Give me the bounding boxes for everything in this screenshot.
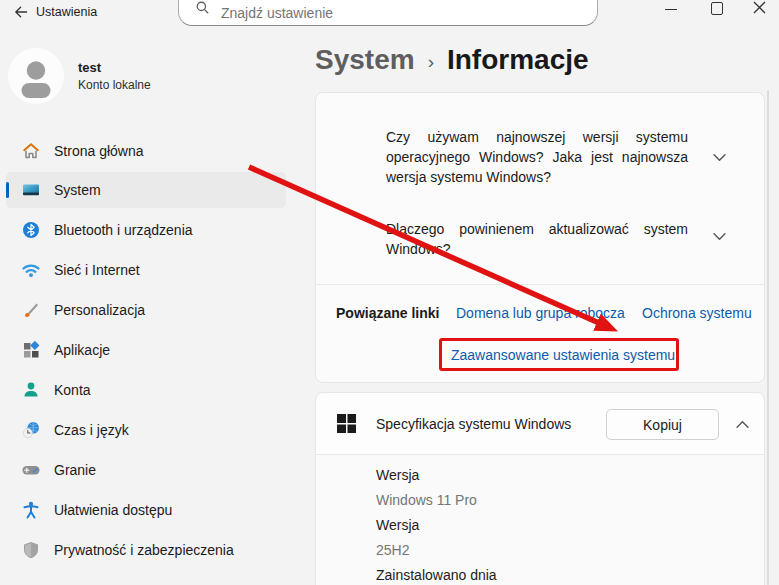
scrollbar[interactable] (767, 90, 769, 585)
sidebar-item-label: Aplikacje (54, 342, 110, 358)
sidebar-item-gaming[interactable]: Granie (6, 452, 286, 488)
system-icon (21, 180, 41, 200)
spec-label: Wersja (376, 463, 497, 488)
minimize-icon (665, 9, 677, 10)
sidebar-item-label: Konta (54, 382, 91, 398)
sidebar-item-accounts[interactable]: Konta (6, 372, 286, 408)
sidebar-item-privacy[interactable]: Prywatność i zabezpieczenia (6, 532, 286, 568)
breadcrumb-separator-icon: › (428, 51, 434, 73)
faq-question-1[interactable]: Czy używam najnowszej wersji systemu ope… (386, 127, 688, 187)
spec-value: Windows 11 Pro (376, 488, 497, 513)
related-links-label: Powiązane linki (336, 305, 439, 321)
avatar (8, 48, 64, 104)
spec-label: Wersja (376, 513, 497, 538)
sidebar-item-label: Personalizacja (54, 302, 145, 318)
link-system-protection[interactable]: Ochrona systemu (642, 305, 752, 321)
gaming-icon (21, 460, 41, 480)
chevron-down-icon[interactable] (713, 153, 727, 162)
search-icon (195, 0, 210, 19)
sidebar-item-label: Granie (54, 462, 96, 478)
maximize-icon (711, 2, 723, 15)
page-title: Informacje (447, 44, 589, 76)
sidebar-item-label: Bluetooth i urządzenia (54, 222, 193, 238)
chevron-up-icon[interactable] (736, 420, 749, 429)
sidebar-item-bluetooth[interactable]: Bluetooth i urządzenia (6, 212, 286, 248)
spec-label: Zainstalowano dnia (376, 563, 497, 585)
copy-button[interactable]: Kopiuj (606, 409, 719, 440)
sidebar-item-label: System (54, 182, 101, 198)
user-subtitle: Konto lokalne (78, 78, 151, 92)
person-icon (8, 48, 64, 104)
settings-window: Ustawienia test Konto lokalne (0, 0, 779, 585)
back-button[interactable] (8, 1, 34, 23)
sidebar-item-label: Prywatność i zabezpieczenia (54, 542, 234, 558)
close-icon (753, 0, 766, 15)
network-icon (21, 260, 41, 280)
window-title: Ustawienia (36, 5, 97, 19)
sidebar-item-system[interactable]: System (6, 172, 286, 208)
spec-expander-header[interactable]: Specyfikacja systemu Windows Kopiuj (316, 393, 764, 454)
sidebar-item-label: Ułatwienia dostępu (54, 502, 172, 518)
link-domain-workgroup[interactable]: Domena lub grupa robocza (456, 305, 625, 321)
search-input[interactable] (219, 4, 553, 22)
breadcrumb-parent[interactable]: System (315, 44, 415, 76)
windows-logo-icon (336, 413, 357, 438)
user-name: test (78, 60, 151, 75)
annotation-highlight-box (439, 338, 679, 371)
sidebar-item-label: Strona główna (54, 143, 144, 159)
accessibility-icon (21, 500, 41, 520)
personalization-icon (21, 300, 41, 320)
time-language-icon (21, 420, 41, 440)
minimize-button[interactable] (648, 0, 694, 22)
privacy-icon (21, 540, 41, 560)
sidebar-item-time-language[interactable]: Czas i język (6, 412, 286, 448)
user-account-block[interactable]: test Konto lokalne (8, 48, 151, 104)
sidebar-item-home[interactable]: Strona główna (6, 133, 286, 169)
chevron-down-icon[interactable] (713, 232, 727, 241)
spec-card-title: Specyfikacja systemu Windows (376, 416, 571, 432)
sidebar-item-label: Czas i język (54, 422, 129, 438)
maximize-button[interactable] (694, 0, 740, 22)
search-box[interactable] (178, 0, 598, 26)
spec-details: Wersja Windows 11 Pro Wersja 25H2 Zainst… (316, 454, 764, 585)
windows-spec-card: Specyfikacja systemu Windows Kopiuj Wers… (315, 392, 765, 585)
sidebar-item-accessibility[interactable]: Ułatwienia dostępu (6, 492, 286, 528)
breadcrumb: System › Informacje (315, 44, 589, 76)
selected-accent-bar (6, 182, 9, 198)
home-icon (21, 141, 41, 161)
close-button[interactable] (740, 0, 779, 22)
sidebar-item-network[interactable]: Sieć i Internet (6, 252, 286, 288)
sidebar-item-windows-update[interactable]: Windows Update (6, 576, 286, 585)
divider (316, 284, 764, 285)
bluetooth-icon (21, 220, 41, 240)
accounts-icon (21, 380, 41, 400)
faq-question-2[interactable]: Dlaczego powinienem aktualizować system … (386, 219, 688, 259)
back-arrow-icon (13, 4, 29, 20)
sidebar-item-label: Sieć i Internet (54, 262, 140, 278)
spec-value: 25H2 (376, 538, 497, 563)
sidebar-item-personalization[interactable]: Personalizacja (6, 292, 286, 328)
sidebar-item-apps[interactable]: Aplikacje (6, 332, 286, 368)
apps-icon (21, 340, 41, 360)
